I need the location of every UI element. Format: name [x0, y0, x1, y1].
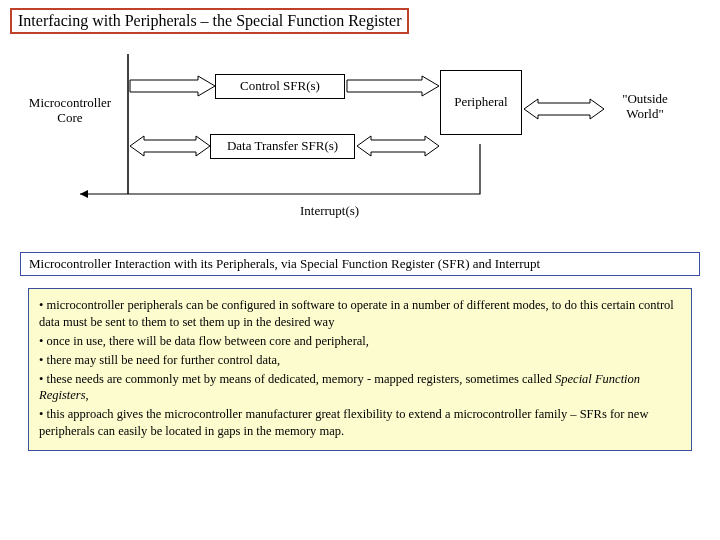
bullet-4: • these needs are commonly met by means …: [39, 371, 681, 405]
bullet-1: • microcontroller peripherals can be con…: [39, 297, 681, 331]
bullet-1-text: microcontroller peripherals can be confi…: [39, 298, 674, 329]
arrow-core-to-control: [130, 76, 215, 96]
interrupt-line: [70, 144, 490, 204]
peripheral-box: Peripheral: [440, 70, 522, 135]
bullet-5-text: this approach gives the microcontroller …: [39, 407, 648, 438]
svg-marker-3: [347, 76, 439, 96]
interrupts-text: Interrupt(s): [300, 203, 359, 218]
interrupts-label: Interrupt(s): [300, 204, 359, 219]
bullet-4-text: these needs are commonly met by means of…: [47, 372, 556, 386]
core-line2: Core: [20, 111, 120, 126]
diagram-caption: Microcontroller Interaction with its Per…: [20, 252, 700, 276]
sfr-diagram: Microcontroller Core Control SFR(s) Data…: [20, 44, 700, 244]
core-label: Microcontroller Core: [20, 96, 120, 126]
bullet-3: • there may still be need for further co…: [39, 352, 681, 369]
bullet-2-text: once in use, there will be data flow bet…: [47, 334, 369, 348]
arrow-control-to-periph: [347, 76, 439, 96]
peripheral-label: Peripheral: [454, 94, 507, 109]
outside-world-label: "Outside World": [610, 92, 680, 122]
core-line1: Microcontroller: [20, 96, 120, 111]
arrow-periph-outside-bi: [524, 99, 604, 119]
svg-marker-1: [130, 76, 215, 96]
svg-marker-5: [524, 99, 604, 119]
bullet-3-text: there may still be need for further cont…: [47, 353, 281, 367]
control-sfr-label: Control SFR(s): [240, 78, 320, 93]
page-title: Interfacing with Peripherals – the Speci…: [10, 8, 409, 34]
bullet-2: • once in use, there will be data flow b…: [39, 333, 681, 350]
outside-line1: "Outside: [610, 92, 680, 107]
notes-box: • microcontroller peripherals can be con…: [28, 288, 692, 451]
control-sfr-box: Control SFR(s): [215, 74, 345, 99]
title-text: Interfacing with Peripherals – the Speci…: [18, 12, 401, 29]
svg-marker-6: [80, 190, 88, 198]
caption-text: Microcontroller Interaction with its Per…: [29, 256, 540, 271]
bullet-5: • this approach gives the microcontrolle…: [39, 406, 681, 440]
outside-line2: World": [610, 107, 680, 122]
